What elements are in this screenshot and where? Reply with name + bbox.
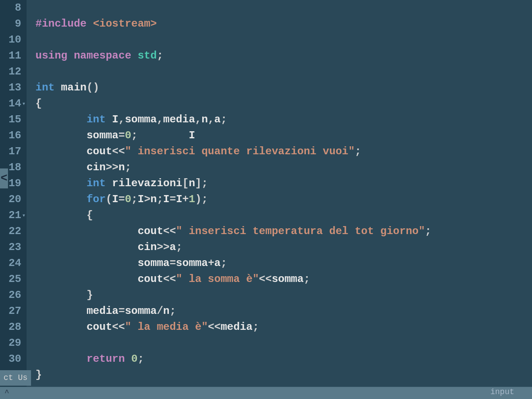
token-type: int [35, 82, 61, 94]
token-operator: >> [106, 161, 118, 173]
token-keyword: for [86, 193, 106, 205]
token-white: I [176, 193, 182, 205]
token-punct: ; [131, 193, 137, 205]
code-line[interactable]: somma=somma+a; [35, 255, 532, 271]
token-white: somma [176, 257, 208, 269]
code-line[interactable] [35, 64, 532, 80]
token-white: n [189, 177, 195, 189]
line-number: 21 [4, 207, 21, 223]
token-white [35, 225, 137, 237]
token-white: rilevazioni [112, 177, 182, 189]
line-number: 29 [4, 335, 21, 351]
code-line[interactable]: { [35, 207, 532, 223]
code-line[interactable]: int rilevazioni[n]; [35, 176, 532, 192]
code-line[interactable]: somma=0; I [35, 128, 532, 144]
token-number: 1 [189, 193, 195, 205]
token-punct: ; [176, 241, 182, 253]
code-line[interactable]: cout<<" inserisci temperatura del tot gi… [35, 223, 532, 239]
token-white [35, 273, 137, 285]
code-line[interactable]: cout<<" la somma è"<<somma; [35, 271, 532, 287]
code-line[interactable] [35, 335, 532, 351]
code-line[interactable]: cout<<" la media è"<<media; [35, 319, 532, 335]
token-punct: ; [131, 129, 137, 141]
line-number: 8 [4, 0, 21, 16]
token-white: n [201, 113, 207, 125]
token-white [35, 113, 86, 125]
input-tab-label[interactable]: input [490, 386, 514, 398]
token-white: cin [137, 241, 156, 253]
line-number: 22 [4, 223, 21, 239]
collapse-panel-left[interactable]: < [0, 168, 8, 188]
code-line[interactable] [35, 0, 532, 16]
chevron-up-icon[interactable]: ^ [4, 387, 9, 399]
line-number-gutter: 8910111213141516171819202122232425262728… [0, 0, 27, 399]
token-operator: = [118, 305, 125, 317]
code-line[interactable]: } [35, 367, 532, 383]
token-white [35, 193, 86, 205]
line-number: 14 [4, 96, 21, 112]
token-white [35, 145, 86, 157]
token-white [35, 241, 137, 253]
line-number: 13 [4, 80, 21, 96]
token-operator: > [144, 193, 150, 205]
token-white: I [137, 193, 144, 205]
token-operator: << [163, 273, 176, 285]
code-line[interactable]: #include <iostream> [35, 16, 532, 32]
token-white: a [169, 241, 176, 253]
line-number: 24 [4, 255, 21, 271]
token-white: I [189, 129, 195, 141]
token-white [137, 129, 188, 141]
token-punct: ; [157, 193, 163, 205]
token-string: " inserisci quante rilevazioni vuoi" [125, 145, 355, 157]
line-number: 30 [4, 351, 21, 367]
line-number: 20 [4, 192, 21, 207]
token-number: 0 [125, 193, 131, 205]
token-operator: << [259, 273, 272, 285]
code-line[interactable]: for(I=0;I>n;I=I+1); [35, 192, 532, 207]
token-punct: } [35, 369, 42, 381]
token-white: I [163, 193, 169, 205]
token-operator: = [170, 193, 176, 205]
code-line[interactable]: using namespace std; [35, 48, 532, 64]
token-white: I [112, 113, 118, 125]
token-white: somma [137, 257, 169, 269]
token-punct: [ [182, 177, 188, 189]
token-white [35, 161, 86, 173]
line-number: 9 [4, 16, 21, 32]
token-number: 0 [131, 353, 137, 365]
token-white: cout [137, 225, 163, 237]
token-operator: + [182, 193, 188, 205]
token-punct: { [35, 98, 42, 110]
token-string: " la somma è" [176, 273, 259, 285]
code-area[interactable]: #include <iostream>using namespace std;i… [27, 0, 532, 399]
code-line[interactable]: return 0; [35, 351, 532, 367]
line-number: 26 [4, 287, 21, 303]
token-number: 0 [125, 129, 131, 141]
token-operator: = [118, 129, 125, 141]
code-line[interactable]: cout<<" inserisci quante rilevazioni vuo… [35, 144, 532, 160]
token-white: somma [86, 129, 118, 141]
token-return-kw: return [86, 353, 131, 365]
line-number: 11 [4, 48, 21, 64]
contact-us-label[interactable]: ct Us [0, 370, 31, 386]
code-line[interactable]: } [35, 287, 532, 303]
status-bar: ^ input [0, 387, 532, 399]
code-line[interactable]: media=somma/n; [35, 303, 532, 319]
token-white: media [163, 113, 195, 125]
token-punct: ; [253, 321, 259, 333]
token-string: " la media è" [125, 321, 208, 333]
code-line[interactable]: cin>>n; [35, 160, 532, 176]
code-line[interactable]: { [35, 96, 532, 112]
token-white: main [61, 82, 87, 94]
token-punct: ; [137, 353, 144, 365]
token-punct: ; [157, 50, 163, 62]
code-line[interactable]: int main() [35, 80, 532, 96]
token-punct: ; [221, 113, 227, 125]
code-line[interactable]: int I,somma,media,n,a; [35, 112, 532, 128]
code-editor[interactable]: 8910111213141516171819202122232425262728… [0, 0, 532, 399]
code-line[interactable]: cin>>a; [35, 239, 532, 255]
token-punct: ; [221, 257, 227, 269]
token-operator: >> [157, 241, 170, 253]
token-white [35, 305, 86, 317]
code-line[interactable] [35, 32, 532, 48]
